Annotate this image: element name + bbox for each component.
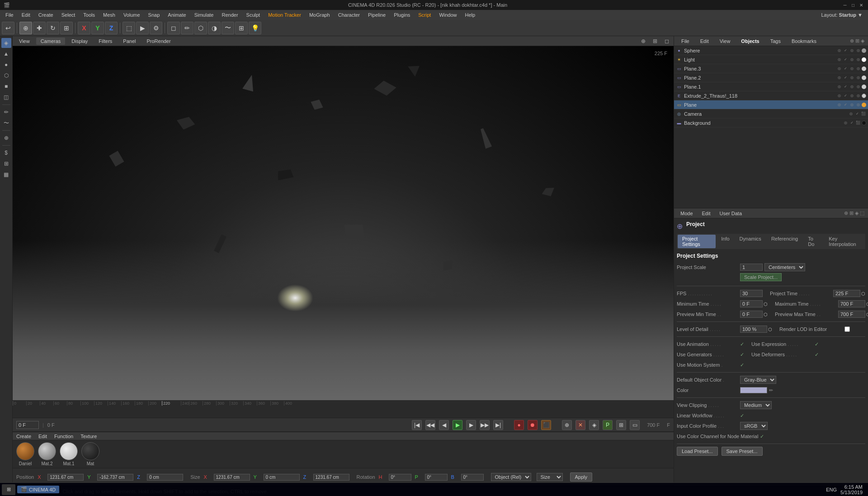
vtab-filters[interactable]: Filters (94, 38, 117, 45)
props-tab-userdata[interactable]: User Data (717, 210, 745, 217)
vtab-panel[interactable]: Panel (118, 38, 140, 45)
obj-p3-v2[interactable]: ✓ (843, 66, 848, 71)
use-motion-check[interactable]: ✓ (740, 362, 744, 368)
rotate-btn[interactable]: ↻ (47, 22, 59, 34)
obj-cam-v2[interactable]: ✓ (854, 111, 860, 117)
maxtime-step[interactable]: ⬡ (866, 302, 868, 307)
obj-sphere-vis4[interactable]: ◎ (855, 48, 861, 53)
obj-tab-file[interactable]: File (678, 38, 693, 45)
keyframe-del-btn[interactable]: ✕ (576, 420, 585, 430)
menu-script[interactable]: Script (415, 11, 434, 19)
play-back-btn[interactable]: ◀◀ (425, 420, 435, 430)
project-scale-input[interactable] (740, 264, 763, 271)
texture-btn[interactable]: ⬡ (194, 22, 207, 34)
close-btn[interactable]: ✕ (858, 2, 864, 8)
prevmin-step[interactable]: ⬡ (764, 312, 768, 317)
left-snap-btn[interactable]: $ (1, 148, 11, 158)
material-mat[interactable]: Mat (81, 442, 99, 466)
project-time-step[interactable]: ⬡ (861, 291, 865, 296)
keyframe-auto-btn[interactable]: ⊕ (562, 420, 572, 430)
y-pos-input[interactable] (97, 474, 133, 481)
mat-tab-function[interactable]: Function (54, 434, 73, 439)
vtab-display[interactable]: Display (67, 38, 92, 45)
left-edge-mode[interactable]: ⬡ (1, 71, 11, 80)
z-pos-input[interactable] (147, 474, 183, 481)
fps-input[interactable] (740, 290, 763, 297)
color-swatch[interactable] (740, 387, 767, 393)
obj-light[interactable]: ☀ Light ◎ ✓ ◎ ◎ (674, 55, 868, 64)
menu-mesh[interactable]: Mesh (99, 11, 119, 19)
viewport-icon-2[interactable]: ⊞ (650, 36, 660, 46)
menu-file[interactable]: File (2, 11, 17, 19)
go-start-btn[interactable]: |◀ (412, 420, 422, 430)
obj-background[interactable]: ▬ Background ◎ ✓ ⬛ (674, 118, 868, 128)
obj-rel-dropdown[interactable]: Object (Rel) World (491, 473, 531, 481)
obj-light-v3[interactable]: ◎ (849, 57, 854, 62)
record-active-btn[interactable]: ⏺ (528, 420, 538, 430)
obj-tab-objects[interactable]: Objects (737, 38, 763, 45)
mat-tab-create[interactable]: Create (16, 434, 31, 439)
obj-p3-v4[interactable]: ◎ (855, 66, 861, 71)
start-btn[interactable]: ⊞ (2, 484, 15, 495)
input-color-dropdown[interactable]: sRGB Linear (740, 422, 768, 430)
obj-ex-v4[interactable]: ◎ (855, 93, 861, 99)
prevmax-step[interactable]: ⬡ (866, 312, 868, 317)
x-size-input[interactable] (214, 474, 250, 481)
x-pos-input[interactable] (47, 474, 84, 481)
menu-edit[interactable]: Edit (18, 11, 34, 19)
obj-sphere[interactable]: ● Sphere ◎ ✓ ◎ ◎ (674, 46, 868, 55)
obj-sphere-vis1[interactable]: ◎ (836, 48, 842, 53)
use-gen-check[interactable]: ✓ (740, 352, 744, 358)
color-channel-check[interactable]: ✓ (760, 434, 764, 439)
obj-ex-v2[interactable]: ✓ (843, 93, 848, 99)
material-mat1[interactable]: Mat.1 (60, 442, 78, 466)
3d-viewport[interactable]: 225 F (13, 46, 674, 400)
save-preset-btn[interactable]: Save Preset... (722, 447, 763, 456)
use-expr-check[interactable]: ✓ (815, 341, 819, 347)
menu-select[interactable]: Select (58, 11, 79, 19)
props-tab-edit[interactable]: Edit (699, 210, 713, 217)
load-preset-btn[interactable]: Load Preset... (677, 447, 718, 456)
vtab-prorender[interactable]: ProRender (142, 38, 175, 45)
material-mat2[interactable]: Mat.2 (38, 442, 56, 466)
go-end-btn[interactable]: ▶| (493, 420, 503, 430)
live-select-btn[interactable]: ⊕ (19, 22, 32, 34)
obj-p3-v3[interactable]: ◎ (849, 66, 854, 71)
material-btn[interactable]: ◑ (208, 22, 221, 34)
vtab-cameras[interactable]: Cameras (36, 38, 66, 45)
grid-btn[interactable]: ⊞ (235, 22, 248, 34)
props-tab-mode[interactable]: Mode (678, 210, 696, 217)
obj-p2-v1[interactable]: ◎ (836, 75, 842, 80)
left-constraint-btn[interactable]: ⊕ (1, 133, 11, 143)
obj-cam-v1[interactable]: ◎ (848, 111, 854, 117)
prop-tab-dynamics[interactable]: Dynamics (735, 235, 766, 248)
obj-plane1[interactable]: ▭ Plane.1 ◎ ✓ ◎ ◎ (674, 82, 868, 91)
menu-render[interactable]: Render (218, 11, 241, 19)
prevmin-input[interactable] (740, 311, 763, 318)
obj-pa-v2[interactable]: ✓ (843, 102, 848, 108)
minimize-btn[interactable]: ─ (842, 2, 848, 8)
menu-volume[interactable]: Volume (120, 11, 144, 19)
menu-mograph[interactable]: MoGraph (306, 11, 334, 19)
left-move-btn[interactable]: ▲ (1, 49, 11, 59)
obj-cam-v3[interactable]: ⬛ (861, 111, 866, 117)
paint-btn[interactable]: ✏ (181, 22, 193, 34)
motion-next-btn[interactable]: ▭ (630, 420, 640, 430)
viewport-icon-1[interactable]: ⊕ (638, 36, 648, 46)
apply-btn[interactable]: Apply (570, 472, 593, 482)
viewport-icon-3[interactable]: ◻ (662, 36, 672, 46)
h-rot-input[interactable] (389, 474, 411, 481)
left-paint-btn[interactable]: ✏ (1, 107, 11, 117)
linear-workflow-check[interactable]: ✓ (740, 413, 744, 419)
prop-tab-settings[interactable]: Project Settings (678, 235, 716, 248)
material-daniel[interactable]: Daniel (16, 442, 34, 466)
play-btn[interactable]: ▶ (453, 420, 462, 430)
mintime-step[interactable]: ⬡ (764, 302, 768, 307)
spline-btn[interactable]: 〜 (222, 22, 234, 34)
p-rot-input[interactable] (425, 474, 448, 481)
obj-light-v2[interactable]: ✓ (843, 57, 848, 62)
color-edit-icon[interactable]: ✏ (769, 387, 773, 393)
obj-tab-view[interactable]: View (716, 38, 734, 45)
project-scale-unit[interactable]: Centimeters Meters Millimeters (764, 263, 805, 271)
left-sculpt-btn[interactable]: 〜 (1, 118, 11, 128)
